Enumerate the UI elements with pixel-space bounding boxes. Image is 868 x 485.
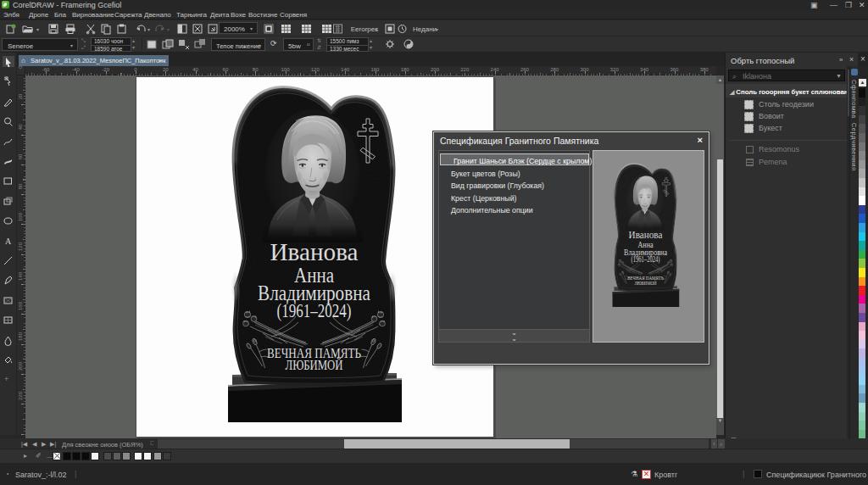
svg-text:A: A xyxy=(5,237,12,246)
